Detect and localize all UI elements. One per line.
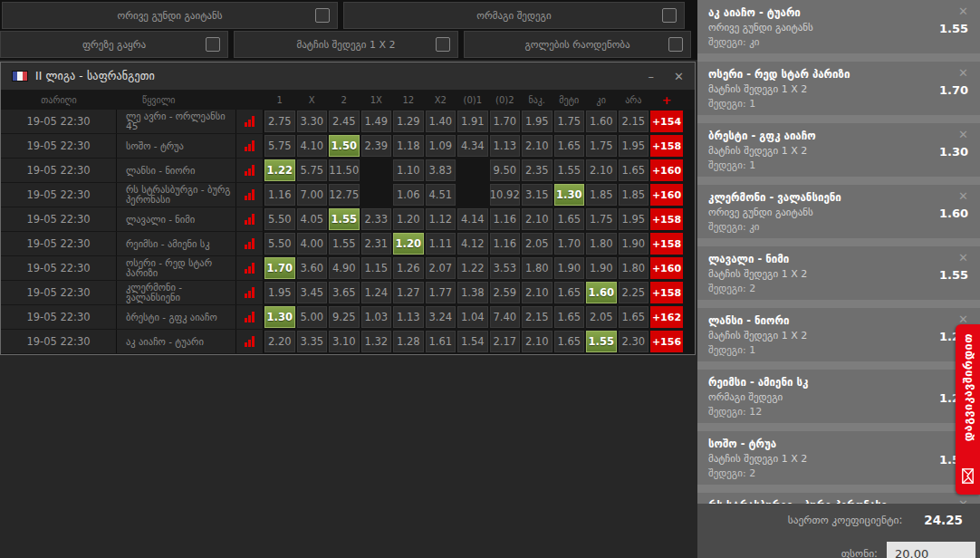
more-bets-button[interactable]: +158 [650, 208, 683, 230]
odds-cell-h01[interactable]: 4.34 [457, 135, 488, 157]
odds-cell-x2[interactable]: 3.83 [426, 159, 456, 181]
odds-cell-no[interactable]: 1.65 [619, 159, 649, 181]
odds-cell-no[interactable]: 2.30 [619, 331, 649, 352]
odds-cell-2[interactable]: 2.45 [329, 111, 360, 132]
filter-checkbox[interactable] [206, 37, 220, 52]
stats-chart-icon[interactable] [236, 232, 264, 255]
odds-cell-under[interactable]: 2.10 [522, 282, 552, 303]
match-teams[interactable]: ოსერი - რედ სტარ პარიზი [117, 256, 236, 280]
odds-cell-h01[interactable]: 1.04 [457, 306, 488, 328]
odds-cell-over[interactable]: 1.70 [554, 233, 585, 255]
odds-cell-h02[interactable]: 3.53 [490, 257, 521, 279]
odds-cell-yes[interactable]: 1.55 [586, 331, 617, 352]
odds-cell-2[interactable]: 1.55 [329, 233, 360, 255]
match-teams[interactable]: რს სტრასბურგი - ბურგ პერონასი [117, 183, 236, 207]
odds-cell-h01[interactable]: 1.91 [457, 111, 488, 132]
more-bets-button[interactable]: +156 [650, 331, 683, 352]
odds-cell-h01[interactable]: 4.14 [457, 208, 488, 230]
odds-cell-under[interactable]: 2.05 [522, 233, 552, 255]
odds-cell-h02[interactable]: 2.17 [490, 331, 521, 352]
filter-double-result[interactable]: ორმაგი შედეგი [343, 2, 685, 29]
match-teams[interactable]: რეიმსი - ამიენი სკ [117, 232, 236, 255]
odds-cell-1x[interactable]: 2.33 [361, 208, 392, 230]
odds-cell-under[interactable]: 2.15 [522, 306, 552, 328]
odds-cell-yes[interactable]: 1.75 [586, 135, 617, 157]
stats-chart-icon[interactable] [236, 305, 264, 329]
odds-cell-x[interactable]: 3.60 [297, 257, 328, 279]
filter-checkbox[interactable] [668, 37, 683, 52]
stats-chart-icon[interactable] [236, 134, 264, 158]
odds-cell-12[interactable]: 1.28 [393, 331, 424, 352]
odds-cell-yes[interactable]: 2.10 [586, 159, 617, 181]
odds-cell-1x[interactable] [361, 184, 392, 206]
odds-cell-2[interactable]: 3.10 [329, 331, 360, 352]
odds-cell-x2[interactable]: 1.12 [426, 208, 456, 230]
more-bets-button[interactable]: +158 [650, 135, 683, 157]
odds-cell-over[interactable]: 1.65 [554, 135, 585, 157]
odds-cell-2[interactable]: 1.50 [329, 135, 360, 157]
remove-selection-icon[interactable]: ✕ [958, 128, 968, 141]
odds-cell-x2[interactable]: 1.11 [426, 233, 456, 255]
odds-cell-yes[interactable]: 1.85 [586, 184, 617, 206]
odds-cell-12[interactable]: 1.20 [393, 208, 424, 230]
odds-cell-over[interactable]: 1.65 [554, 331, 585, 352]
remove-selection-icon[interactable]: ✕ [958, 5, 968, 18]
odds-cell-x[interactable]: 7.00 [297, 184, 328, 206]
odds-cell-under[interactable]: 2.10 [522, 208, 552, 230]
odds-cell-h01[interactable]: 1.54 [457, 331, 488, 352]
odds-cell-x[interactable]: 3.45 [297, 282, 328, 303]
odds-cell-2[interactable]: 3.65 [329, 282, 360, 303]
match-teams[interactable]: სოშო - ტრუა [117, 134, 236, 158]
odds-cell-yes[interactable]: 1.60 [586, 111, 617, 132]
stats-chart-icon[interactable] [236, 281, 264, 304]
match-teams[interactable]: აკ აიაჩო - ტუარი [117, 330, 236, 353]
odds-cell-x[interactable]: 5.00 [297, 306, 328, 328]
odds-cell-no[interactable]: 1.95 [619, 208, 649, 230]
odds-cell-no[interactable]: 1.90 [619, 233, 649, 255]
odds-cell-yes[interactable]: 1.60 [586, 282, 617, 303]
odds-cell-1[interactable]: 5.50 [264, 208, 295, 230]
odds-cell-1[interactable]: 1.22 [264, 159, 295, 181]
odds-cell-yes[interactable]: 2.05 [586, 306, 617, 328]
filter-goals-count[interactable]: გოლების რაოდენობა [464, 31, 691, 58]
more-bets-button[interactable]: +160 [650, 159, 683, 181]
odds-cell-over[interactable]: 1.65 [554, 306, 585, 328]
odds-cell-over[interactable]: 1.75 [554, 111, 585, 132]
odds-cell-2[interactable]: 12.75 [329, 184, 360, 206]
odds-cell-over[interactable]: 1.65 [554, 208, 585, 230]
odds-cell-over[interactable]: 1.65 [554, 282, 585, 303]
odds-cell-over[interactable]: 1.90 [554, 257, 585, 279]
odds-cell-1x[interactable]: 1.32 [361, 331, 392, 352]
minimize-icon[interactable]: – [649, 70, 655, 83]
more-bets-button[interactable]: +154 [650, 111, 683, 132]
match-teams[interactable]: ლავალი - ნიმი [117, 207, 236, 231]
odds-cell-no[interactable]: 1.95 [619, 135, 649, 157]
odds-cell-h01[interactable]: 4.12 [457, 233, 488, 255]
odds-cell-x[interactable]: 4.10 [297, 135, 328, 157]
odds-cell-h02[interactable]: 9.50 [490, 159, 521, 181]
more-bets-button[interactable]: +158 [650, 282, 683, 303]
odds-cell-yes[interactable]: 1.75 [586, 208, 617, 230]
odds-cell-no[interactable]: 1.85 [619, 184, 649, 206]
odds-cell-x2[interactable]: 1.09 [426, 135, 456, 157]
odds-cell-h01[interactable] [457, 184, 488, 206]
filter-match-result-1x2[interactable]: მატჩის შედეგი 1 X 2 [234, 31, 458, 58]
odds-cell-1x[interactable] [361, 159, 392, 181]
odds-cell-no[interactable]: 1.80 [619, 257, 649, 279]
stats-chart-icon[interactable] [236, 159, 264, 182]
odds-cell-h02[interactable]: 1.16 [490, 208, 521, 230]
odds-cell-h01[interactable]: 1.22 [457, 257, 488, 279]
odds-cell-12[interactable]: 1.29 [393, 111, 424, 132]
stats-chart-icon[interactable] [236, 110, 264, 133]
more-bets-button[interactable]: +160 [650, 257, 683, 279]
filter-draw[interactable]: ფრეზე გაყრა [0, 31, 228, 58]
odds-cell-2[interactable]: 9.25 [329, 306, 360, 328]
odds-cell-under[interactable]: 2.10 [522, 331, 552, 352]
odds-cell-h02[interactable]: 7.40 [490, 306, 521, 328]
more-bets-button[interactable]: +162 [650, 306, 683, 328]
odds-cell-yes[interactable]: 1.80 [586, 233, 617, 255]
odds-cell-12[interactable]: 1.20 [393, 233, 424, 255]
odds-cell-12[interactable]: 1.13 [393, 306, 424, 328]
stats-chart-icon[interactable] [236, 183, 264, 207]
odds-cell-12[interactable]: 1.06 [393, 184, 424, 206]
